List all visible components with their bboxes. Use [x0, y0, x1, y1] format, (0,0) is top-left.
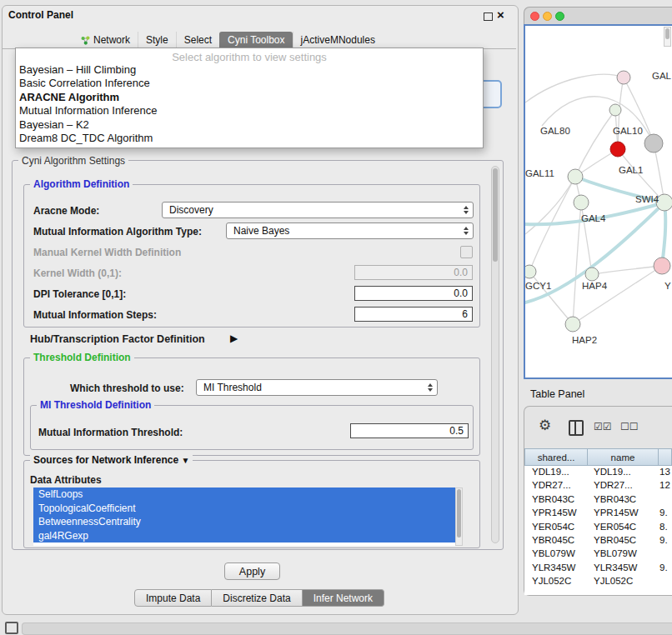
table-row[interactable]: YDL19... YDL19... 13	[524, 466, 672, 479]
column-header-partial[interactable]	[659, 448, 672, 466]
table-row[interactable]: YBR045C YBR045C 9.	[524, 534, 672, 548]
attributes-scrollbar-thumb[interactable]	[457, 489, 461, 538]
network-node-gal4[interactable]	[574, 195, 589, 210]
manual-kernel-label: Manual Kernel Width Definition	[33, 247, 181, 258]
attribute-item-selfloops[interactable]: SelfLoops	[33, 488, 455, 502]
table-row[interactable]: YBR043C YBR043C	[524, 493, 672, 507]
network-node[interactable]	[609, 104, 621, 116]
algorithm-definition-title: Algorithm Definition	[30, 178, 133, 190]
cell-value: 12	[659, 480, 670, 490]
dpi-tolerance-label: DPI Tolerance [0,1]:	[33, 288, 126, 300]
columns-icon[interactable]	[569, 420, 584, 436]
node-label: HAP2	[572, 335, 597, 345]
dropdown-item-dream8[interactable]: Dream8 DC_TDC Algorithm	[16, 132, 483, 145]
mi-threshold-field[interactable]: 0.5	[350, 423, 469, 438]
tab-jactivemnodules[interactable]: jActiveMNodules	[293, 32, 383, 48]
network-node[interactable]	[644, 134, 663, 152]
tab-infer-network[interactable]: Infer Network	[303, 589, 384, 607]
cell-shared-name: YDL19...	[532, 467, 569, 477]
dpi-tolerance-field[interactable]: 0.0	[354, 286, 473, 301]
attributes-scrollbar[interactable]	[455, 488, 463, 546]
attribute-item-gal4rgexp[interactable]: gal4RGexp	[33, 529, 455, 543]
sources-title[interactable]: Sources for Network Inference ▼	[30, 454, 193, 466]
node-label: GAL1	[619, 165, 643, 175]
cell-name: YBL079W	[594, 548, 637, 558]
apply-button[interactable]: Apply	[224, 562, 280, 580]
attribute-item-betweennesscentrality[interactable]: BetweennessCentrality	[33, 515, 455, 529]
algorithm-dropdown-list: Select algorithm to view settings Bayesi…	[15, 48, 484, 148]
which-threshold-label: Which threshold to use:	[70, 382, 184, 394]
tab-style[interactable]: Style	[138, 32, 176, 48]
tab-label: Style	[146, 34, 168, 46]
dropdown-item-aracne[interactable]: ARACNE Algorithm	[16, 91, 483, 104]
table-row[interactable]: YJL052C YJL052C	[524, 575, 672, 588]
bottom-tab-bar: Impute Data Discretize Data Infer Networ…	[2, 589, 517, 607]
mi-steps-label: Mutual Information Steps:	[33, 309, 157, 321]
tab-select[interactable]: Select	[176, 32, 219, 48]
network-node-gal11[interactable]	[568, 169, 583, 184]
tab-discretize-data[interactable]: Discretize Data	[212, 589, 302, 607]
cell-shared-name: YER054C	[532, 522, 574, 532]
gear-icon[interactable]: ⚙	[539, 417, 551, 434]
cyni-algorithm-settings-title: Cyni Algorithm Settings	[18, 155, 128, 167]
close-icon[interactable]: ×	[497, 8, 504, 22]
node-label: GAL4	[581, 213, 606, 223]
table-row[interactable]: YER054C YER054C 8.	[524, 521, 672, 534]
cell-name: YER054C	[594, 522, 636, 532]
attribute-item-topologicalcoefficient[interactable]: TopologicalCoefficient	[33, 502, 455, 516]
table-row[interactable]: YBL079W YBL079W	[524, 548, 672, 561]
table-row[interactable]: YLR345W YLR345W 9.	[524, 562, 672, 575]
combo-arrows-icon	[464, 206, 469, 214]
dropdown-placeholder: Select algorithm to view settings	[16, 48, 483, 63]
network-node[interactable]	[617, 71, 630, 84]
network-node-hap4[interactable]	[585, 268, 599, 281]
table-panel-title: Table Panel	[530, 388, 584, 400]
dropdown-item-bayesian-k2[interactable]: Bayesian – K2	[16, 118, 483, 132]
deselect-all-columns-icon[interactable]: ☐☐	[620, 421, 639, 432]
hub-section-label[interactable]: Hub/Transcription Factor Definition	[30, 333, 205, 345]
select-all-columns-icon[interactable]: ☑☑	[594, 421, 612, 432]
dropdown-item-mutual-information[interactable]: Mutual Information Inference	[16, 104, 483, 118]
dropdown-item-basic-correlation[interactable]: Basic Correlation Inference	[16, 77, 483, 90]
manual-kernel-checkbox[interactable]	[460, 246, 473, 258]
network-node-gal10[interactable]	[610, 142, 625, 157]
settings-scrollbar-thumb[interactable]	[493, 168, 498, 262]
float-window-icon[interactable]	[484, 12, 493, 21]
network-node[interactable]	[654, 258, 670, 274]
cell-name: YDR27...	[594, 480, 633, 490]
mi-steps-field[interactable]: 6	[354, 307, 473, 322]
column-header-name[interactable]: name	[588, 448, 659, 466]
minimized-panel-icon[interactable]	[5, 622, 18, 634]
data-attributes-list[interactable]: SelfLoops TopologicalCoefficient Between…	[33, 488, 455, 546]
aracne-mode-select[interactable]: Discovery	[162, 202, 474, 218]
cell-name: YLR345W	[594, 562, 637, 572]
window-minimize-traffic-light[interactable]	[543, 12, 552, 21]
network-node-gcy1[interactable]	[525, 265, 536, 278]
node-label: Y	[664, 281, 671, 291]
window-close-traffic-light[interactable]	[530, 12, 539, 21]
mi-algorithm-type-select[interactable]: Naive Bayes	[226, 222, 474, 239]
kernel-width-field[interactable]: 0.0	[354, 265, 473, 280]
cell-value: 9.	[659, 535, 668, 545]
settings-scrollbar[interactable]	[491, 166, 499, 543]
table-row[interactable]: YDR27... YDR27... 12	[524, 479, 672, 492]
window-zoom-traffic-light[interactable]	[555, 12, 564, 21]
tab-cyni-toolbox[interactable]: Cyni Toolbox	[219, 32, 292, 48]
mi-algorithm-type-label: Mutual Information Algorithm Type:	[33, 226, 202, 238]
cell-name: YBR045C	[594, 535, 636, 545]
node-label: GAL80	[540, 126, 570, 136]
mi-threshold-label: Mutual Information Threshold:	[38, 427, 183, 438]
cell-value: 8.	[659, 522, 668, 532]
combo-arrows-icon	[428, 383, 433, 392]
control-panel-title: Control Panel	[8, 9, 73, 21]
which-threshold-select[interactable]: MI Threshold	[196, 379, 438, 396]
expand-arrow-icon[interactable]: ▶	[230, 332, 238, 344]
dropdown-item-bayesian-hill-climbing[interactable]: Bayesian – Hill Climbing	[16, 63, 483, 77]
network-graph[interactable]: GAL GAL80 GAL10 GAL11 GAL1 SWI4 GAL4 GCY…	[525, 26, 672, 378]
column-header-shared-name[interactable]: shared...	[524, 448, 588, 466]
tab-label: jActiveMNodules	[301, 34, 375, 46]
table-row[interactable]: YPR145W YPR145W 9.	[524, 507, 672, 520]
network-node-hap2[interactable]	[565, 317, 580, 332]
tab-impute-data[interactable]: Impute Data	[134, 589, 212, 607]
tab-network[interactable]: Network	[73, 32, 138, 48]
